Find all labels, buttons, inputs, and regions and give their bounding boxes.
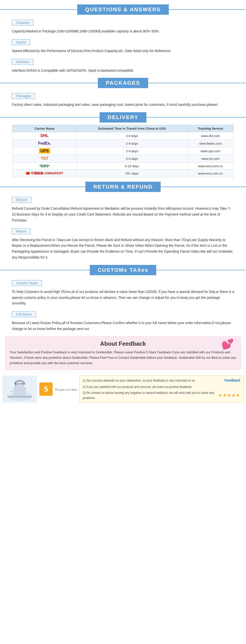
refund-text: Refund Caused by Order Cancellation,Refu… [12,206,234,223]
feedback-section: 💕 About Feedback Your Satisfaction and P… [5,336,241,370]
star-number: 5 [44,385,48,393]
tnt-time: 2-4 days [77,155,187,162]
delivery-col-carrier: Carrier Name [13,125,77,132]
return-refund-header: RETURN & REFUND [0,182,246,192]
delivery-col-time: Estimated Time in Transit from China to … [77,125,187,132]
dhl-time: 2-4 days [77,132,187,140]
fedex-tracking: www.fedex.com [187,140,233,147]
table-row: *EMS* 5-10 days www.ems.com.cn [13,162,234,170]
table-row: 🇨🇳 中国邮政 CHINAPOST 25+ days www.ems.com.c… [13,170,234,177]
feedback-hearts-icon: 💕 [221,338,234,350]
delivery-table: Carrier Name Estimated Time in Transit f… [12,125,234,177]
qa-header: QUESTIONS & ANSWERS [0,4,246,15]
chinapost-tracking: www.ems.com.cn [187,170,233,177]
tnt-tracking: www.tnt.com [187,155,233,162]
ups-tracking: www.ups.com [187,147,233,155]
packages-header-box: PACKAGES [98,78,148,88]
feedback-right-box: 1) Our success depends on your satisfact… [79,376,243,403]
fullname-text: Because of Latest Rusian Policy,all of R… [12,320,234,332]
custom-taxes-label: Custom Taxes [12,280,42,286]
feedback-point2: 2) If you are satisfied with our product… [83,384,240,390]
bottom-feedback-bar: 5 Pls give us 5 stars 1) Our success dep… [0,373,246,405]
feedback-label: Feedback [224,378,240,384]
delivery-col-tracking: Tracking Service [187,125,233,132]
dhl-logo: DHL [41,134,49,138]
delivery-header: DELIVERY [0,112,246,122]
packages-line-left [0,83,98,83]
star-number-box: 5 [39,382,53,396]
svg-point-4 [21,383,22,384]
tnt-logo: TNT [41,156,48,160]
refund-label: Refund [12,197,31,203]
feedback-body: Your Satisfaction and Positive Feedback … [10,350,236,366]
customs-header: CUSTOMs TAXes [0,265,246,275]
return-line-left [0,186,85,187]
robot-illustration [3,376,37,403]
capacity-text: Capacity:Marked in Package:1GB=1000MB,1M… [12,28,234,34]
delivery-header-box: DELIVERY [100,112,146,122]
fedex-time: 2-4 days [77,140,187,147]
delivery-line-right [146,117,246,118]
svg-rect-9 [10,390,14,392]
ups-time: 2-4 days [77,147,187,155]
feedback-title: About Feedback [10,340,236,347]
return-text: After Receiving the Parcel in 7days,we C… [12,237,234,260]
chinapost-time: 25+ days [77,170,187,177]
customs-header-box: CUSTOMs TAXes [90,265,156,275]
return-refund-header-box: RETURN & REFUND [85,182,160,192]
table-row: UPS 2-4 days www.ups.com [13,147,234,155]
svg-point-3 [17,383,19,384]
return-label: Return [12,228,31,234]
packages-text: Factory direct sales, industrial packagi… [12,102,234,108]
table-row: TNT 2-4 days www.tnt.com [13,155,234,162]
ems-logo: *EMS* [40,164,50,168]
dhl-tracking: www.dhl.com [187,132,233,140]
ups-logo: UPS [39,148,50,154]
feedback-point1: 1) Our success depends on your satisfact… [83,378,196,383]
fullname-label: Full Name [12,311,36,317]
ems-tracking: www.ems.com.cn [187,162,233,170]
packages-header: PACKAGES [0,78,246,88]
header-line-right [169,9,246,10]
packages-label: Packages [12,93,35,99]
feedback-point3: 3) Pls contact us before leaving any neg… [83,390,218,400]
speed-text: Speed:Affected by the Performance of Dev… [12,48,234,54]
fedex-logo: FedEx. [38,141,51,145]
svg-rect-8 [7,396,32,398]
customs-line-left [0,270,90,270]
svg-rect-5 [15,382,16,385]
interface-text: Interface:SATA3 is Compatible with SATA2… [12,68,234,74]
china-post-logo: 🇨🇳 中国邮政 CHINAPOST [26,171,63,175]
svg-rect-6 [23,382,25,385]
give-stars-label: Pls give us 5 stars [55,388,77,391]
capacity-label: Capacity [12,20,34,26]
custom-taxes-text: To Help Cutomers to avoid high TAXes,al … [12,289,234,306]
qa-header-box: QUESTIONS & ANSWERS [77,4,169,15]
return-line-right [161,186,246,187]
stars-display: ★★★★★ [218,392,240,399]
packages-line-right [148,83,246,83]
table-row: DHL 2-4 days www.dhl.com [13,132,234,140]
delivery-line-left [0,117,100,118]
speed-label: Speed [12,39,30,45]
table-row: FedEx. 2-4 days www.fedex.com [13,140,234,147]
customs-line-right [156,270,246,270]
ems-time: 5-10 days [77,162,187,170]
header-line-left [0,9,77,10]
interface-label: Interface [12,59,34,65]
